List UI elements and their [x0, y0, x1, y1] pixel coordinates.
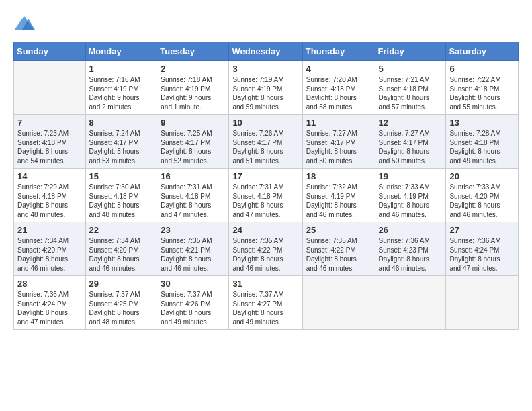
day-info: Sunrise: 7:23 AMSunset: 4:18 PMDaylight:… [17, 129, 82, 165]
calendar-cell: 17Sunrise: 7:31 AMSunset: 4:18 PMDayligh… [229, 169, 302, 222]
day-info: Sunrise: 7:37 AMSunset: 4:26 PMDaylight:… [161, 290, 225, 326]
day-number: 18 [306, 171, 371, 181]
calendar-cell: 26Sunrise: 7:36 AMSunset: 4:23 PMDayligh… [375, 222, 446, 276]
day-number: 23 [161, 225, 225, 235]
calendar-cell: 24Sunrise: 7:35 AMSunset: 4:22 PMDayligh… [229, 222, 302, 276]
calendar-cell: 22Sunrise: 7:34 AMSunset: 4:20 PMDayligh… [85, 222, 157, 276]
calendar-week-row: 21Sunrise: 7:34 AMSunset: 4:20 PMDayligh… [14, 222, 519, 276]
weekday-header: Sunday [14, 42, 86, 61]
day-info: Sunrise: 7:29 AMSunset: 4:18 PMDaylight:… [17, 183, 82, 219]
weekday-header: Tuesday [157, 42, 229, 61]
day-info: Sunrise: 7:35 AMSunset: 4:21 PMDaylight:… [161, 236, 225, 273]
calendar-cell: 25Sunrise: 7:35 AMSunset: 4:22 PMDayligh… [302, 222, 375, 276]
logo-icon [13, 13, 35, 35]
calendar-cell: 2Sunrise: 7:18 AMSunset: 4:19 PMDaylight… [157, 61, 229, 115]
day-info: Sunrise: 7:31 AMSunset: 4:18 PMDaylight:… [161, 183, 225, 219]
day-number: 19 [379, 171, 443, 181]
weekday-header: Thursday [302, 42, 375, 61]
calendar-cell: 18Sunrise: 7:32 AMSunset: 4:19 PMDayligh… [302, 169, 375, 222]
weekday-header: Friday [375, 42, 446, 61]
day-info: Sunrise: 7:18 AMSunset: 4:19 PMDaylight:… [161, 75, 225, 111]
day-number: 12 [379, 118, 443, 128]
day-number: 21 [17, 225, 82, 235]
calendar-cell: 29Sunrise: 7:37 AMSunset: 4:25 PMDayligh… [85, 276, 157, 330]
calendar-cell: 13Sunrise: 7:28 AMSunset: 4:18 PMDayligh… [446, 115, 519, 169]
day-number: 17 [232, 171, 298, 181]
calendar-cell: 8Sunrise: 7:24 AMSunset: 4:17 PMDaylight… [85, 115, 157, 169]
day-number: 31 [232, 279, 298, 289]
day-info: Sunrise: 7:28 AMSunset: 4:18 PMDaylight:… [449, 129, 515, 165]
day-number: 28 [17, 279, 82, 289]
day-number: 10 [232, 118, 298, 128]
day-info: Sunrise: 7:35 AMSunset: 4:22 PMDaylight:… [232, 236, 298, 273]
day-info: Sunrise: 7:35 AMSunset: 4:22 PMDaylight:… [306, 236, 371, 273]
calendar-table: SundayMondayTuesdayWednesdayThursdayFrid… [13, 42, 519, 330]
day-info: Sunrise: 7:27 AMSunset: 4:17 PMDaylight:… [379, 129, 443, 165]
calendar-cell: 10Sunrise: 7:26 AMSunset: 4:17 PMDayligh… [229, 115, 302, 169]
calendar-cell: 21Sunrise: 7:34 AMSunset: 4:20 PMDayligh… [14, 222, 86, 276]
day-number: 4 [306, 64, 371, 74]
weekday-header: Wednesday [229, 42, 302, 61]
calendar-cell: 19Sunrise: 7:33 AMSunset: 4:19 PMDayligh… [375, 169, 446, 222]
calendar-cell: 5Sunrise: 7:21 AMSunset: 4:18 PMDaylight… [375, 61, 446, 115]
day-number: 6 [449, 64, 515, 74]
calendar-cell: 16Sunrise: 7:31 AMSunset: 4:18 PMDayligh… [157, 169, 229, 222]
calendar-week-row: 28Sunrise: 7:36 AMSunset: 4:24 PMDayligh… [14, 276, 519, 330]
day-info: Sunrise: 7:36 AMSunset: 4:24 PMDaylight:… [449, 236, 515, 273]
calendar-cell: 6Sunrise: 7:22 AMSunset: 4:18 PMDaylight… [446, 61, 519, 115]
calendar-cell: 28Sunrise: 7:36 AMSunset: 4:24 PMDayligh… [14, 276, 86, 330]
day-number: 2 [161, 64, 225, 74]
page-header [13, 13, 519, 35]
calendar-cell: 30Sunrise: 7:37 AMSunset: 4:26 PMDayligh… [157, 276, 229, 330]
calendar-week-row: 7Sunrise: 7:23 AMSunset: 4:18 PMDaylight… [14, 115, 519, 169]
logo [13, 13, 38, 35]
calendar-cell: 3Sunrise: 7:19 AMSunset: 4:19 PMDaylight… [229, 61, 302, 115]
day-number: 20 [449, 171, 515, 181]
day-info: Sunrise: 7:31 AMSunset: 4:18 PMDaylight:… [232, 183, 298, 219]
day-info: Sunrise: 7:20 AMSunset: 4:18 PMDaylight:… [306, 75, 371, 111]
calendar-cell: 12Sunrise: 7:27 AMSunset: 4:17 PMDayligh… [375, 115, 446, 169]
calendar-cell: 14Sunrise: 7:29 AMSunset: 4:18 PMDayligh… [14, 169, 86, 222]
day-number: 25 [306, 225, 371, 235]
weekday-header: Monday [85, 42, 157, 61]
day-info: Sunrise: 7:36 AMSunset: 4:24 PMDaylight:… [17, 290, 82, 326]
day-info: Sunrise: 7:26 AMSunset: 4:17 PMDaylight:… [232, 129, 298, 165]
day-number: 5 [379, 64, 443, 74]
calendar-cell [14, 61, 86, 115]
day-number: 11 [306, 118, 371, 128]
day-number: 22 [89, 225, 154, 235]
day-number: 30 [161, 279, 225, 289]
day-number: 15 [89, 171, 154, 181]
day-info: Sunrise: 7:19 AMSunset: 4:19 PMDaylight:… [232, 75, 298, 111]
day-info: Sunrise: 7:33 AMSunset: 4:20 PMDaylight:… [449, 183, 515, 219]
day-info: Sunrise: 7:25 AMSunset: 4:17 PMDaylight:… [161, 129, 225, 165]
day-number: 3 [232, 64, 298, 74]
day-info: Sunrise: 7:32 AMSunset: 4:19 PMDaylight:… [306, 183, 371, 219]
day-number: 8 [89, 118, 154, 128]
calendar-cell [375, 276, 446, 330]
day-info: Sunrise: 7:27 AMSunset: 4:17 PMDaylight:… [306, 129, 371, 165]
day-number: 26 [379, 225, 443, 235]
calendar-cell: 31Sunrise: 7:37 AMSunset: 4:27 PMDayligh… [229, 276, 302, 330]
day-info: Sunrise: 7:21 AMSunset: 4:18 PMDaylight:… [379, 75, 443, 111]
day-number: 29 [89, 279, 154, 289]
weekday-header: Saturday [446, 42, 519, 61]
calendar-cell: 9Sunrise: 7:25 AMSunset: 4:17 PMDaylight… [157, 115, 229, 169]
calendar-cell [446, 276, 519, 330]
day-info: Sunrise: 7:30 AMSunset: 4:18 PMDaylight:… [89, 183, 154, 219]
day-info: Sunrise: 7:34 AMSunset: 4:20 PMDaylight:… [89, 236, 154, 273]
calendar-cell [302, 276, 375, 330]
day-number: 7 [17, 118, 82, 128]
day-info: Sunrise: 7:37 AMSunset: 4:25 PMDaylight:… [89, 290, 154, 326]
day-info: Sunrise: 7:16 AMSunset: 4:19 PMDaylight:… [89, 75, 154, 111]
day-number: 9 [161, 118, 225, 128]
day-info: Sunrise: 7:37 AMSunset: 4:27 PMDaylight:… [232, 290, 298, 326]
day-number: 14 [17, 171, 82, 181]
calendar-week-row: 14Sunrise: 7:29 AMSunset: 4:18 PMDayligh… [14, 169, 519, 222]
day-info: Sunrise: 7:34 AMSunset: 4:20 PMDaylight:… [17, 236, 82, 273]
weekday-header-row: SundayMondayTuesdayWednesdayThursdayFrid… [14, 42, 519, 61]
day-number: 27 [449, 225, 515, 235]
calendar-cell: 7Sunrise: 7:23 AMSunset: 4:18 PMDaylight… [14, 115, 86, 169]
calendar-cell: 20Sunrise: 7:33 AMSunset: 4:20 PMDayligh… [446, 169, 519, 222]
day-info: Sunrise: 7:36 AMSunset: 4:23 PMDaylight:… [379, 236, 443, 273]
